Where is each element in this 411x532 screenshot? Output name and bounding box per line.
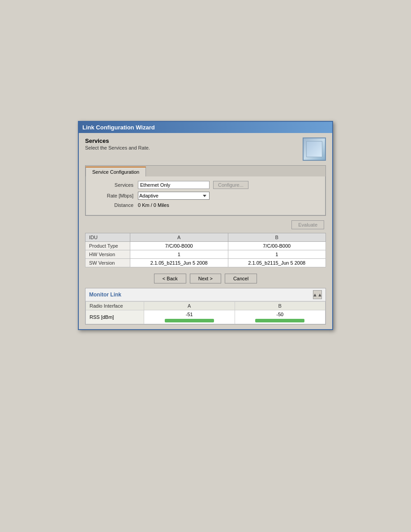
- sw-version-a: 2.1.05_b2115_Jun 5 2008: [130, 259, 228, 267]
- dialog-titlebar: Link Configuration Wizard: [79, 122, 332, 133]
- dialog-subtext: Select the Services and Rate.: [85, 145, 150, 150]
- idu-col-header: IDU: [86, 233, 130, 242]
- back-button[interactable]: < Back: [154, 274, 186, 283]
- rss-label: RSS [dBm]: [86, 310, 144, 324]
- rss-b-bar-container: -50: [239, 312, 322, 322]
- cancel-button[interactable]: Cancel: [225, 274, 257, 283]
- distance-value: 0 Km / 0 Miles: [138, 202, 169, 208]
- dialog-heading: Services: [85, 137, 150, 144]
- rate-row: Rate [Mbps] Adaptive: [93, 192, 318, 200]
- col-b-header: B: [228, 233, 326, 242]
- monitor-col-b-header: B: [235, 302, 325, 310]
- rss-a-value: -51: [186, 312, 193, 317]
- rss-a-bar: [165, 319, 214, 322]
- monitor-title: Monitor Link: [89, 292, 121, 298]
- dialog-header: Services Select the Services and Rate.: [85, 137, 326, 161]
- distance-label: Distance: [93, 202, 138, 208]
- table-row: Product Type 7/C/00-B000 7/C/00-B000: [86, 242, 326, 250]
- radio-interface-header: Radio Interface: [86, 302, 144, 310]
- rss-row: RSS [dBm] -51 -50: [86, 310, 325, 324]
- services-label: Services: [93, 182, 138, 188]
- dialog-icon-inner: [306, 141, 322, 157]
- rss-b-cell: -50: [235, 310, 325, 324]
- rate-label: Rate [Mbps]: [93, 193, 138, 198]
- service-config-tab-area: Service Configuration Services Configure…: [85, 165, 326, 216]
- sw-version-b: 2.1.05_b2115_Jun 5 2008: [228, 259, 326, 267]
- services-value-input: [138, 181, 210, 189]
- table-row: HW Version 1 1: [86, 250, 326, 259]
- configure-button[interactable]: Configure...: [213, 181, 248, 189]
- table-row: SW Version 2.1.05_b2115_Jun 5 2008 2.1.0…: [86, 259, 326, 267]
- rss-b-value: -50: [276, 312, 283, 317]
- evaluate-row: Evaluate: [85, 220, 326, 229]
- col-a-header: A: [130, 233, 228, 242]
- distance-row: Distance 0 Km / 0 Miles: [93, 202, 318, 208]
- services-row: Services Configure...: [93, 181, 318, 189]
- next-button[interactable]: Next >: [190, 274, 221, 283]
- dialog-body: Services Select the Services and Rate. S…: [79, 133, 332, 329]
- hw-version-label: HW Version: [86, 250, 130, 259]
- product-type-a: 7/C/00-B000: [130, 242, 228, 250]
- monitor-section: Monitor Link ▲▲ Radio Interface A B: [85, 288, 326, 325]
- hw-version-b: 1: [228, 250, 326, 259]
- monitor-table: Radio Interface A B RSS [dBm] -51: [86, 301, 325, 324]
- dialog-icon: [303, 137, 326, 161]
- tab-content: Services Configure... Rate [Mbps] Adapti…: [86, 176, 325, 215]
- nav-buttons: < Back Next > Cancel: [85, 274, 326, 283]
- product-type-b: 7/C/00-B000: [228, 242, 326, 250]
- evaluate-button[interactable]: Evaluate: [291, 220, 324, 229]
- tab-header: Service Configuration: [86, 166, 325, 176]
- hw-version-a: 1: [130, 250, 228, 259]
- rate-select[interactable]: Adaptive: [138, 192, 210, 200]
- idu-table: IDU A B Product Type 7/C/00-B000 7/C/00-…: [85, 233, 326, 267]
- rss-b-bar: [255, 319, 304, 322]
- product-type-label: Product Type: [86, 242, 130, 250]
- rss-a-cell: -51: [144, 310, 235, 324]
- monitor-header: Monitor Link ▲▲: [86, 288, 325, 301]
- rss-a-bar-container: -51: [148, 312, 231, 322]
- dialog-title: Link Configuration Wizard: [82, 124, 155, 131]
- monitor-collapse-button[interactable]: ▲▲: [313, 290, 322, 299]
- link-config-wizard-dialog: Link Configuration Wizard Services Selec…: [78, 121, 333, 330]
- tab-service-configuration[interactable]: Service Configuration: [86, 167, 146, 176]
- sw-version-label: SW Version: [86, 259, 130, 267]
- monitor-col-a-header: A: [144, 302, 235, 310]
- dialog-header-text: Services Select the Services and Rate.: [85, 137, 150, 150]
